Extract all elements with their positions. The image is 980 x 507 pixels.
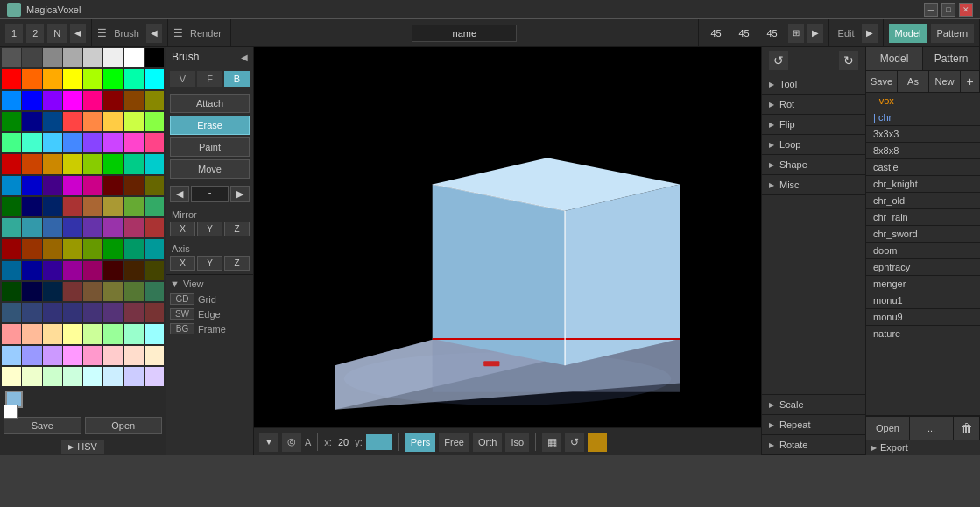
- workspace-tab-2[interactable]: 2: [26, 24, 44, 43]
- color-cell-7-6[interactable]: [124, 197, 144, 216]
- color-cell-0-2[interactable]: [43, 48, 62, 67]
- open-model-button[interactable]: Open: [866, 417, 910, 440]
- color-cell-14-6[interactable]: [124, 346, 144, 365]
- color-cell-6-4[interactable]: [83, 176, 102, 195]
- color-cell-6-2[interactable]: [43, 176, 62, 195]
- color-cell-4-4[interactable]: [83, 133, 102, 152]
- color-cell-2-5[interactable]: [103, 91, 123, 110]
- color-cell-9-4[interactable]: [83, 239, 102, 258]
- color-cell-15-4[interactable]: [83, 367, 102, 386]
- model-list-item-14[interactable]: nature: [866, 326, 980, 342]
- color-cell-8-2[interactable]: [43, 218, 62, 237]
- orth-view-button[interactable]: Orth: [473, 433, 502, 452]
- model-list-item-9[interactable]: doom: [866, 243, 980, 259]
- color-cell-6-3[interactable]: [63, 176, 82, 195]
- color-cell-12-1[interactable]: [22, 303, 41, 322]
- color-cell-5-3[interactable]: [63, 154, 82, 173]
- color-cell-7-7[interactable]: [145, 197, 164, 216]
- color-cell-13-0[interactable]: [2, 324, 21, 343]
- model-list-item-0[interactable]: - vox: [866, 93, 980, 109]
- color-cell-8-0[interactable]: [2, 218, 21, 237]
- color-cell-12-7[interactable]: [145, 303, 164, 322]
- color-cell-14-3[interactable]: [63, 346, 82, 365]
- viewport-nav-button[interactable]: ▼: [259, 433, 278, 452]
- color-cell-13-3[interactable]: [63, 324, 82, 343]
- loop-item[interactable]: ▶ Loop: [762, 135, 865, 155]
- iso-view-button[interactable]: Iso: [505, 433, 529, 452]
- color-cell-8-1[interactable]: [22, 218, 41, 237]
- model-name-input[interactable]: [412, 25, 517, 42]
- render-quality-indicator[interactable]: [588, 433, 607, 452]
- color-cell-10-1[interactable]: [22, 261, 41, 280]
- redo-button[interactable]: ↻: [839, 51, 858, 70]
- color-cell-5-0[interactable]: [2, 154, 21, 173]
- color-cell-11-2[interactable]: [43, 282, 62, 301]
- color-cell-3-0[interactable]: [2, 112, 21, 131]
- color-cell-3-2[interactable]: [43, 112, 62, 131]
- color-cell-9-2[interactable]: [43, 239, 62, 258]
- model-list-item-8[interactable]: chr_sword: [866, 226, 980, 243]
- color-cell-5-1[interactable]: [22, 154, 41, 173]
- color-cell-6-5[interactable]: [103, 176, 123, 195]
- color-cell-10-7[interactable]: [145, 261, 164, 280]
- pattern-tab-button[interactable]: Pattern: [923, 47, 980, 70]
- color-cell-11-0[interactable]: [2, 282, 21, 301]
- color-cell-3-1[interactable]: [22, 112, 41, 131]
- color-cell-15-5[interactable]: [103, 367, 123, 386]
- color-cell-12-4[interactable]: [83, 303, 102, 322]
- model-list-item-6[interactable]: chr_old: [866, 193, 980, 209]
- model-list-item-12[interactable]: monu1: [866, 292, 980, 309]
- maximize-button[interactable]: □: [941, 3, 955, 17]
- color-cell-8-5[interactable]: [103, 218, 123, 237]
- color-cell-5-7[interactable]: [145, 154, 164, 173]
- mirror-x-button[interactable]: X: [170, 222, 195, 236]
- color-cell-10-5[interactable]: [103, 261, 123, 280]
- axis-x-button[interactable]: X: [170, 256, 195, 271]
- color-cell-14-2[interactable]: [43, 346, 62, 365]
- color-cell-2-6[interactable]: [124, 91, 144, 110]
- color-cell-13-1[interactable]: [22, 324, 41, 343]
- color-cell-2-4[interactable]: [83, 91, 102, 110]
- color-cell-11-1[interactable]: [22, 282, 41, 301]
- delete-model-button[interactable]: 🗑: [954, 417, 980, 440]
- color-cell-7-0[interactable]: [2, 197, 21, 216]
- axis-z-button[interactable]: Z: [224, 256, 250, 271]
- color-cell-1-4[interactable]: [83, 69, 102, 88]
- save-colors-button[interactable]: Save: [4, 417, 81, 434]
- move-button[interactable]: Move: [170, 159, 250, 179]
- color-cell-8-4[interactable]: [83, 218, 102, 237]
- color-cell-9-5[interactable]: [103, 239, 123, 258]
- dims-expand[interactable]: ⊞: [788, 24, 804, 43]
- rot-item[interactable]: ▶ Rot: [762, 95, 865, 115]
- repeat-item[interactable]: ▶ Repeat: [762, 415, 865, 435]
- y-coord-slider[interactable]: [366, 434, 392, 450]
- color-cell-3-5[interactable]: [103, 112, 123, 131]
- dots-button[interactable]: ...: [910, 417, 954, 440]
- color-cell-10-0[interactable]: [2, 261, 21, 280]
- color-cell-12-2[interactable]: [43, 303, 62, 322]
- color-cell-3-3[interactable]: [63, 112, 82, 131]
- add-model-button[interactable]: +: [961, 71, 980, 92]
- pers-view-button[interactable]: Pers: [405, 433, 436, 452]
- color-cell-4-7[interactable]: [145, 133, 164, 152]
- color-cell-0-5[interactable]: [103, 48, 123, 67]
- undo-button[interactable]: ↺: [769, 51, 788, 70]
- color-cell-4-5[interactable]: [103, 133, 123, 152]
- color-cell-13-2[interactable]: [43, 324, 62, 343]
- color-cell-1-7[interactable]: [145, 69, 164, 88]
- brush-tab-f[interactable]: F: [197, 71, 222, 87]
- edge-toggle-button[interactable]: SW: [170, 308, 194, 320]
- color-cell-1-6[interactable]: [124, 69, 144, 88]
- color-cell-15-0[interactable]: [2, 367, 21, 386]
- color-cell-0-0[interactable]: [2, 48, 21, 67]
- color-cell-5-4[interactable]: [83, 154, 102, 173]
- new-model-button[interactable]: New: [929, 71, 961, 92]
- color-cell-4-1[interactable]: [22, 133, 41, 152]
- color-cell-3-6[interactable]: [124, 112, 144, 131]
- color-cell-11-7[interactable]: [145, 282, 164, 301]
- color-cell-14-0[interactable]: [2, 346, 21, 365]
- color-cell-5-6[interactable]: [124, 154, 144, 173]
- color-cell-15-2[interactable]: [43, 367, 62, 386]
- color-cell-13-5[interactable]: [103, 324, 123, 343]
- close-button[interactable]: ✕: [959, 3, 973, 17]
